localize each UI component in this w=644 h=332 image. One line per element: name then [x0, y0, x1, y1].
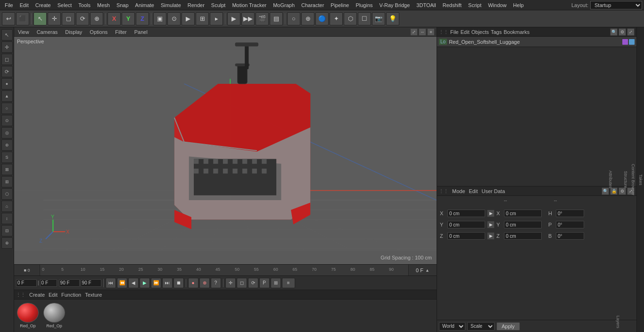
- viewport-menu-view[interactable]: View: [16, 29, 31, 35]
- menu-mesh[interactable]: Mesh: [94, 1, 113, 9]
- obj-menu-tags[interactable]: Tags: [491, 29, 502, 35]
- rotate-button[interactable]: ⟳: [76, 12, 89, 25]
- pb-extra-2[interactable]: ◻: [237, 278, 247, 288]
- menu-3dtoall[interactable]: 3DTOAll: [413, 1, 438, 9]
- coord-input-y-pos[interactable]: [447, 221, 485, 228]
- menu-tools[interactable]: Tools: [75, 1, 93, 9]
- record-button[interactable]: ●: [188, 278, 198, 288]
- axis-y-button[interactable]: Y: [122, 12, 135, 25]
- coord-input-p[interactable]: [556, 221, 584, 228]
- object-mode-button[interactable]: ▣: [153, 12, 166, 25]
- auto-key-button[interactable]: ⊕: [199, 278, 210, 288]
- pb-extra-5[interactable]: ⊞: [271, 278, 281, 288]
- frame-end2-input[interactable]: [81, 279, 101, 287]
- vtab-content-browser[interactable]: Content Browser: [630, 162, 636, 197]
- apply-button[interactable]: Apply: [496, 322, 520, 331]
- menu-simulate[interactable]: Simulate: [158, 1, 184, 9]
- attr-menu-mode[interactable]: Mode: [452, 188, 465, 194]
- viewport-menu-options[interactable]: Options: [88, 29, 109, 35]
- tool-btn-12[interactable]: ⊞: [1, 176, 13, 187]
- tool-btn-11[interactable]: ⊠: [1, 164, 13, 175]
- timeline-frame[interactable]: 0 F ▲: [408, 265, 437, 276]
- play-prev-button[interactable]: ⏪: [117, 278, 127, 288]
- viewport-menu-cameras[interactable]: Cameras: [35, 29, 60, 35]
- viewport-menu-filter[interactable]: Filter: [113, 29, 128, 35]
- material-swatch-0[interactable]: Red_Op: [16, 303, 40, 329]
- camera-button[interactable]: 📷: [372, 12, 385, 25]
- render-pv-button[interactable]: 🎬: [256, 12, 269, 25]
- coord-input-z-pos[interactable]: [447, 232, 485, 240]
- vtab-layers[interactable]: Layers: [615, 314, 621, 330]
- render-settings-button[interactable]: ▤: [270, 12, 283, 25]
- tool-btn-14[interactable]: ⌂: [1, 201, 13, 212]
- undo-button[interactable]: ↩: [2, 12, 15, 25]
- material-swatch-1[interactable]: Red_Op: [42, 303, 66, 329]
- coord-input-h[interactable]: [556, 210, 584, 217]
- menu-vray[interactable]: V-Ray Bridge: [377, 1, 413, 9]
- vtab-attributes[interactable]: Attributes: [607, 169, 614, 190]
- play-stop-button[interactable]: ⏹: [173, 278, 184, 288]
- object-button[interactable]: ○: [287, 12, 300, 25]
- menu-help[interactable]: Help: [510, 1, 527, 9]
- menu-mograph[interactable]: MoGraph: [270, 1, 297, 9]
- spline-button[interactable]: ⊕: [301, 12, 314, 25]
- coord-input-x-pos[interactable]: [447, 210, 485, 217]
- mat-menu-edit[interactable]: Edit: [49, 292, 58, 298]
- scale-button[interactable]: ◻: [62, 12, 75, 25]
- pb-extra-1[interactable]: ✛: [225, 278, 236, 288]
- tool-btn-0[interactable]: ↖: [1, 29, 13, 40]
- snap-button[interactable]: ⬛: [16, 12, 29, 25]
- tool-btn-15[interactable]: ↕: [1, 213, 13, 224]
- tool-btn-17[interactable]: ⊕: [1, 237, 13, 249]
- tool-btn-16[interactable]: ⊟: [1, 225, 13, 236]
- move-button[interactable]: ✛: [48, 12, 61, 25]
- play-back-button[interactable]: ◀: [128, 278, 139, 288]
- coord-input-b[interactable]: [556, 232, 584, 240]
- menu-select[interactable]: Select: [55, 1, 75, 9]
- vtab-structure[interactable]: Structure: [622, 169, 629, 190]
- menu-character[interactable]: Character: [298, 1, 327, 9]
- tool-btn-5[interactable]: ▲: [1, 90, 13, 102]
- play-next-button[interactable]: ⏩: [151, 278, 161, 288]
- tool-btn-7[interactable]: ⊙: [1, 115, 13, 126]
- tool-btn-8[interactable]: ◎: [1, 127, 13, 138]
- obj-menu-file[interactable]: File: [450, 29, 459, 35]
- obj-search-btn[interactable]: 🔍: [610, 28, 618, 36]
- vtab-takes[interactable]: Takes: [637, 172, 644, 187]
- scale-dropdown[interactable]: Scale Freeze: [467, 322, 495, 331]
- object-manager[interactable]: [437, 47, 636, 186]
- tag-button[interactable]: ☐: [358, 12, 371, 25]
- menu-plugins[interactable]: Plugins: [353, 1, 375, 9]
- poly-mode-button[interactable]: ⊞: [196, 12, 209, 25]
- key-help-button[interactable]: ?: [211, 278, 221, 288]
- viewport-menu-panel[interactable]: Panel: [132, 29, 149, 35]
- play-end-button[interactable]: ⏭: [162, 278, 173, 288]
- deformer-button[interactable]: ✦: [330, 12, 343, 25]
- attr-menu-edit[interactable]: Edit: [469, 188, 478, 194]
- play-start-button[interactable]: ⏮: [106, 278, 116, 288]
- tool-btn-2[interactable]: ◻: [1, 54, 13, 65]
- frame-end-input[interactable]: [59, 279, 80, 287]
- frame-start-input[interactable]: [16, 279, 37, 287]
- render-active-button[interactable]: ▶: [227, 12, 240, 25]
- menu-render[interactable]: Render: [185, 1, 207, 9]
- coord-btn-y[interactable]: ▶: [487, 221, 495, 228]
- tool-btn-1[interactable]: ✛: [1, 41, 13, 53]
- obj-menu-objects[interactable]: Objects: [471, 29, 489, 35]
- mat-menu-function[interactable]: Function: [61, 292, 81, 298]
- attr-menu-userdata[interactable]: User Data: [482, 188, 505, 194]
- uv-mode-button[interactable]: ▸: [210, 12, 223, 25]
- pb-extra-4[interactable]: P: [259, 278, 270, 288]
- play-forward-button[interactable]: ▶: [140, 278, 150, 288]
- generator-button[interactable]: 🔵: [315, 12, 329, 25]
- mat-menu-create[interactable]: Create: [29, 292, 45, 298]
- viewport-canvas[interactable]: Perspective: [14, 37, 437, 264]
- tool-btn-13[interactable]: ⬡: [1, 188, 13, 200]
- obj-maximize-btn[interactable]: ⤢: [627, 28, 635, 36]
- obj-menu-edit[interactable]: Edit: [461, 29, 470, 35]
- tool-btn-4[interactable]: ●: [1, 78, 13, 89]
- coord-input-y-rot[interactable]: [504, 221, 542, 228]
- tool-btn-6[interactable]: ○: [1, 103, 13, 114]
- menu-file[interactable]: File: [2, 1, 16, 9]
- menu-script[interactable]: Script: [465, 1, 484, 9]
